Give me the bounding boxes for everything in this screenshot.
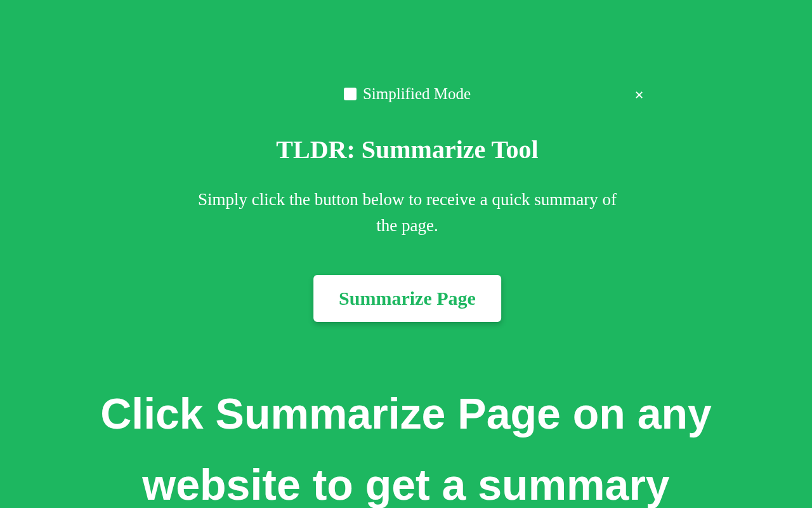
summarize-page-button[interactable]: Summarize Page <box>313 275 501 322</box>
summarize-panel: ✕ Simplified Mode TLDR: Summarize Tool S… <box>150 62 664 346</box>
panel-title: TLDR: Summarize Tool <box>150 135 664 164</box>
simplified-mode-checkbox[interactable] <box>344 88 357 100</box>
promo-caption: Click Summarize Page on any website to g… <box>0 378 812 508</box>
panel-description: Simply click the button below to receive… <box>188 187 626 238</box>
simplified-mode-label: Simplified Mode <box>363 85 471 103</box>
mode-row: Simplified Mode <box>150 85 664 103</box>
